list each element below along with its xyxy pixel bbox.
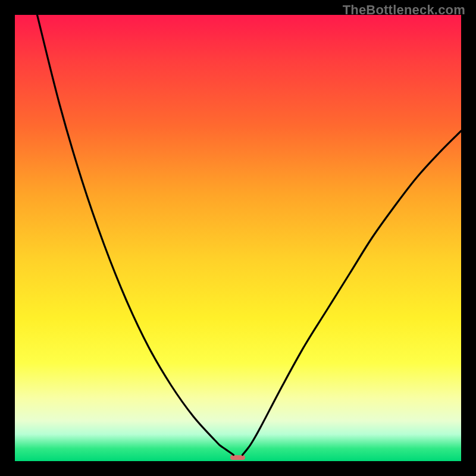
gradient-plot-area — [15, 15, 461, 461]
watermark-text: TheBottleneck.com — [343, 2, 465, 18]
chart-frame: TheBottleneck.com — [0, 0, 476, 476]
optimal-zone-marker — [230, 455, 246, 460]
